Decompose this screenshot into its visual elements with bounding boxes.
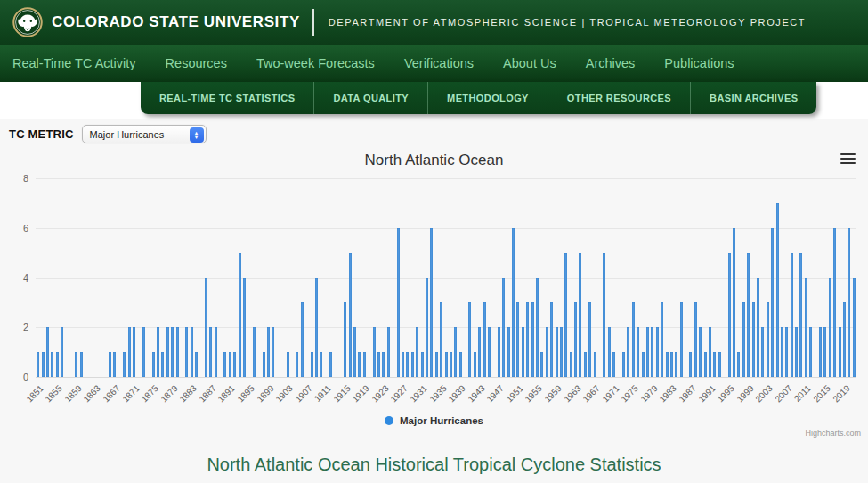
bar-1915 <box>344 302 346 377</box>
bar-1893 <box>239 253 241 377</box>
metric-dropdown[interactable]: Major Hurricanes ▲▼ <box>82 125 207 143</box>
bar-1867 <box>113 352 116 377</box>
bar-1922 <box>377 352 380 377</box>
x-axis-label: 1871 <box>120 383 142 405</box>
nav-item-two-week-forecasts[interactable]: Two-week Forecasts <box>256 56 375 70</box>
x-axis-label: 1927 <box>389 383 410 405</box>
y-axis-label: 8 <box>4 173 28 184</box>
legend-marker-icon <box>385 416 393 425</box>
university-title[interactable]: COLORADO STATE UNIVERSITY <box>52 13 300 31</box>
bar-1875 <box>152 352 155 377</box>
bar-1855 <box>56 352 59 377</box>
bar-1892 <box>233 352 236 377</box>
chart-menu-icon[interactable] <box>840 152 856 165</box>
bar-1921 <box>373 327 376 377</box>
x-axis-label: 1999 <box>734 383 756 405</box>
bar-2006 <box>781 327 783 377</box>
x-axis-label: 1907 <box>293 383 314 405</box>
x-axis-label: 2015 <box>811 383 832 405</box>
dropdown-stepper-icon[interactable]: ▲▼ <box>190 127 204 143</box>
x-axis-label: 2011 <box>792 383 813 404</box>
nav-item-publications[interactable]: Publications <box>664 56 734 70</box>
bar-1971 <box>612 352 615 377</box>
bar-1987 <box>689 352 692 377</box>
bar-1978 <box>646 327 649 377</box>
x-axis-label: 2019 <box>831 383 852 405</box>
bar-1973 <box>622 352 625 377</box>
bar-1959 <box>556 327 558 377</box>
bar-1974 <box>627 327 629 377</box>
nav-item-verifications[interactable]: Verifications <box>404 56 474 70</box>
bar-1938 <box>454 327 457 377</box>
bar-1905 <box>296 352 298 377</box>
subnav-tab-methodology[interactable]: METHODOLOGY <box>428 82 548 114</box>
bar-1908 <box>311 352 313 377</box>
x-axis-label: 1971 <box>600 383 621 405</box>
legend-item[interactable]: Major Hurricanes <box>0 415 868 426</box>
subnav-tab-basin-archives[interactable]: BASIN ARCHIVES <box>691 82 816 114</box>
subnav-tab-data-quality[interactable]: DATA QUALITY <box>314 82 428 114</box>
x-axis-label: 1879 <box>158 383 180 405</box>
bar-1923 <box>382 352 385 377</box>
bar-2014 <box>819 327 822 377</box>
metric-label: TC METRIC <box>9 127 74 141</box>
bar-2007 <box>785 327 788 377</box>
x-axis-label: 1943 <box>466 383 487 405</box>
bar-1870 <box>128 327 131 377</box>
bar-2021 <box>853 278 856 378</box>
x-axis-label: 2003 <box>754 383 775 405</box>
chart-title: North Atlantic Ocean <box>0 151 868 169</box>
nav-item-about-us[interactable]: About Us <box>503 56 556 70</box>
x-axis-label: 1863 <box>82 383 103 405</box>
x-axis-label: 1955 <box>523 383 545 405</box>
bar-1951 <box>516 302 519 377</box>
bar-1977 <box>642 352 645 377</box>
bar-2008 <box>791 253 793 377</box>
bar-1900 <box>272 327 274 377</box>
bar-1997 <box>737 352 740 377</box>
bar-1877 <box>161 352 164 377</box>
bar-1939 <box>459 352 462 377</box>
bar-1949 <box>507 327 510 377</box>
subnav-tab-real-time-tc-statistics[interactable]: REAL-TIME TC STATISTICS <box>141 82 314 114</box>
highcharts-credit[interactable]: Highcharts.com <box>805 429 861 438</box>
x-axis-label: 1903 <box>273 383 295 405</box>
bar-1854 <box>51 352 53 377</box>
bar-1941 <box>468 302 471 377</box>
bar-1866 <box>109 352 111 377</box>
metric-row: TC METRIC Major Hurricanes ▲▼ <box>9 125 207 143</box>
x-axis-label: 1859 <box>62 383 84 405</box>
bar-1945 <box>488 327 491 377</box>
bar-1942 <box>474 352 476 377</box>
bar-1896 <box>253 327 256 377</box>
bar-1853 <box>46 327 49 377</box>
app-header: COLORADO STATE UNIVERSITY DEPARTMENT OF … <box>0 0 868 45</box>
x-axis-label: 1939 <box>446 383 467 405</box>
x-axis-label: 1979 <box>638 383 660 405</box>
bar-1899 <box>267 327 270 377</box>
x-axis-label: 1883 <box>177 383 199 405</box>
bar-1884 <box>195 352 198 377</box>
nav-item-archives[interactable]: Archives <box>586 56 636 70</box>
bar-1882 <box>185 327 188 377</box>
y-axis-label: 0 <box>4 372 28 382</box>
x-axis-label: 1919 <box>351 383 372 405</box>
bar-1962 <box>570 352 572 377</box>
bar-1903 <box>287 352 289 377</box>
bar-1991 <box>709 327 711 377</box>
bar-1934 <box>435 352 438 377</box>
bar-1948 <box>502 278 505 378</box>
subnav-tab-other-resources[interactable]: OTHER RESOURCES <box>548 82 691 114</box>
nav-item-resources[interactable]: Resources <box>166 56 227 70</box>
bar-1982 <box>666 352 669 377</box>
highcharts-chart: North Atlantic Ocean Major Hurricanes Hi… <box>0 147 868 446</box>
bar-1912 <box>329 352 332 377</box>
bar-1888 <box>215 327 217 377</box>
metric-selected-value: Major Hurricanes <box>90 129 206 140</box>
bar-2019 <box>843 302 846 377</box>
bar-1952 <box>522 327 524 377</box>
bar-1958 <box>550 302 553 377</box>
nav-item-real-time-tc-activity[interactable]: Real-Time TC Activity <box>12 56 136 70</box>
bar-2015 <box>823 327 826 377</box>
bar-2005 <box>776 203 779 377</box>
